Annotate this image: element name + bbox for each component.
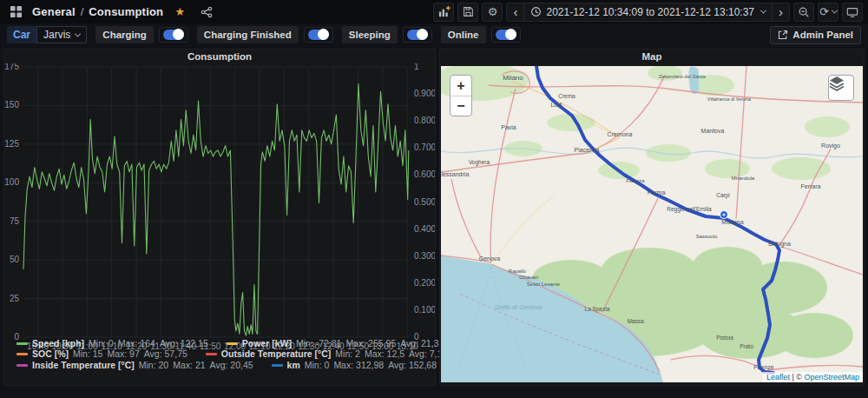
map-city-label: Modena: [721, 219, 743, 225]
map-zoom-out-button[interactable]: −: [450, 96, 471, 116]
legend-series-color: [227, 342, 238, 345]
online-toggle-label: Online: [441, 26, 486, 43]
car-variable: Car Jarvis: [7, 26, 87, 43]
consumption-chart[interactable]: 175150125100755025010:4010:5011:0011:101…: [4, 63, 435, 340]
time-picker: ‹ 2021-12-12 10:34:09 to 2021-12-12 13:1…: [506, 3, 790, 22]
time-range-button[interactable]: 2021-12-12 10:34:09 to 2021-12-12 13:10:…: [523, 3, 772, 21]
legend-series-name: Inside Temperature [°C]: [32, 360, 135, 370]
toggle-track: [496, 30, 516, 40]
map-city-label: Voghera: [469, 159, 490, 166]
legend-row: Inside Temperature [°C]Min: 20Max: 21Avg…: [16, 360, 431, 370]
map-panel-title[interactable]: Map: [440, 50, 864, 63]
legend-stat: Avg: 21,38: [400, 338, 444, 348]
legend-stat: Min: 20: [139, 360, 168, 370]
admin-panel-button[interactable]: Admin Panel: [770, 26, 861, 44]
charging-toggle-label: Charging: [95, 26, 153, 43]
map-city-label: Ferrara: [801, 183, 821, 189]
map-city-label: Mantova: [701, 128, 725, 134]
map-sea-label: Golfo di Genova: [495, 303, 542, 311]
cycle-view-monitor-icon[interactable]: [842, 3, 863, 22]
dashboards-grid-icon[interactable]: [5, 3, 26, 22]
breadcrumb-folder[interactable]: General: [32, 5, 76, 18]
legend-item[interactable]: Outside Temperature [°C]Min: 2Max: 12,5A…: [206, 348, 451, 359]
sleeping-toggle-switch[interactable]: [403, 27, 432, 43]
legend-row: Speed [kph]Min: 0Max: 164Avg: 122,15Powe…: [16, 338, 431, 348]
share-icon[interactable]: [196, 3, 217, 22]
map-city-label: Chiavari: [519, 275, 538, 280]
charging-finished-toggle-switch[interactable]: [304, 27, 333, 43]
toggle-group-charging: Charging: [95, 26, 187, 43]
openstreetmap-link[interactable]: OpenStreetMap: [804, 373, 859, 381]
legend-stat: Avg: 20,45: [210, 360, 253, 370]
map-city-label: Piacenza: [575, 147, 600, 153]
map-canvas: MilanoPaviaLodiCremaPiacenzaCremonaVoghe…: [441, 66, 863, 382]
map-city-label: Pistoia: [716, 335, 733, 341]
leaflet-map[interactable]: MilanoPaviaLodiCremaPiacenzaCremonaVoghe…: [441, 66, 863, 382]
charging-toggle-switch[interactable]: [159, 27, 188, 43]
chart-legend: Speed [kph]Min: 0Max: 164Avg: 122,15Powe…: [16, 338, 431, 370]
y-right-tick: 1: [414, 63, 419, 71]
legend-series-color: [16, 364, 28, 367]
map-city-label: Parma: [648, 189, 666, 196]
map-city-label: Reggio nell'Emilia: [667, 206, 712, 213]
y-left-tick: 50: [10, 255, 20, 264]
legend-stat: Min: 15: [73, 348, 102, 359]
map-city-label: Genova: [479, 255, 501, 262]
chart-canvas: 175150125100755025010:4010:5011:0011:101…: [4, 63, 435, 352]
legend-stat: Min: -72,81: [296, 338, 342, 348]
refresh-icon: ⟳: [819, 6, 829, 17]
legend-item[interactable]: kmMin: 0Max: 312,98Avg: 152,68: [272, 360, 441, 370]
y-right-tick: 0.800: [414, 116, 435, 125]
car-variable-label: Car: [7, 26, 36, 43]
layers-icon: [829, 76, 845, 91]
y-left-tick: 25: [10, 294, 20, 303]
toggle-group-online: Online: [441, 26, 521, 43]
legend-series-color: [16, 353, 28, 355]
y-left-tick: 150: [4, 100, 19, 109]
map-city-label: Bologna: [768, 241, 791, 248]
map-city-label: Carpi: [716, 192, 730, 199]
legend-item[interactable]: SOC [%]Min: 15Max: 97Avg: 57,75: [16, 348, 192, 359]
legend-stat: Avg: 57,75: [144, 348, 187, 359]
add-panel-icon[interactable]: [433, 3, 454, 22]
map-zoom-in-button[interactable]: +: [450, 76, 471, 96]
y-right-tick: 0.700: [414, 143, 435, 152]
map-city-label: Rapallo: [509, 269, 527, 274]
legend-item[interactable]: Speed [kph]Min: 0Max: 164Avg: 122,15: [16, 338, 213, 348]
leaflet-link[interactable]: Leaflet: [766, 373, 790, 381]
consumption-panel: Consumption 175150125100755025010:4010:5…: [3, 49, 436, 386]
favorite-star-icon[interactable]: ★: [169, 3, 190, 22]
breadcrumb[interactable]: General / Consumption: [32, 5, 163, 18]
breadcrumb-dashboard[interactable]: Consumption: [89, 5, 163, 18]
charging-finished-toggle-label: Charging Finished: [197, 26, 299, 43]
legend-series-color: [272, 364, 283, 367]
consumption-panel-title[interactable]: Consumption: [4, 50, 435, 63]
navbar: General / Consumption ★ ⚙ ‹ 2021-12-12 1…: [0, 0, 868, 23]
toggle-knob: [173, 29, 184, 40]
refresh-button[interactable]: ⟳: [818, 3, 838, 22]
y-left-tick: 100: [4, 177, 19, 187]
time-range-text: 2021-12-12 10:34:09 to 2021-12-12 13:10:…: [546, 6, 754, 18]
map-city-label: Mirandola: [732, 176, 755, 181]
online-toggle-switch[interactable]: [491, 27, 521, 43]
legend-series-name: Speed [kph]: [32, 338, 84, 348]
car-variable-dropdown[interactable]: Jarvis: [36, 26, 87, 43]
map-city-label: Prato: [740, 343, 753, 349]
legend-stat: Max: 312,98: [333, 360, 384, 370]
map-layers-control[interactable]: [828, 75, 854, 101]
legend-series-name: Power [kW]: [242, 338, 292, 348]
legend-stat: Min: 2: [335, 348, 360, 359]
settings-gear-icon[interactable]: ⚙: [482, 3, 503, 22]
toggle-knob: [417, 29, 428, 40]
legend-item[interactable]: Power [kW]Min: -72,81Max: 255,95Avg: 21,…: [227, 338, 449, 348]
time-shift-back-icon[interactable]: ‹: [507, 3, 523, 21]
chevron-down-icon: [75, 30, 81, 36]
legend-stat: Min: 0: [89, 338, 114, 348]
zoom-out-time-icon[interactable]: [793, 3, 814, 22]
legend-item[interactable]: Inside Temperature [°C]Min: 20Max: 21Avg…: [16, 360, 258, 370]
time-shift-forward-icon[interactable]: ›: [772, 3, 789, 21]
save-dashboard-icon[interactable]: [457, 3, 478, 22]
toggle-track: [407, 30, 428, 40]
map-city-label: Crema: [558, 93, 575, 99]
map-city-label: Pavia: [501, 124, 516, 130]
